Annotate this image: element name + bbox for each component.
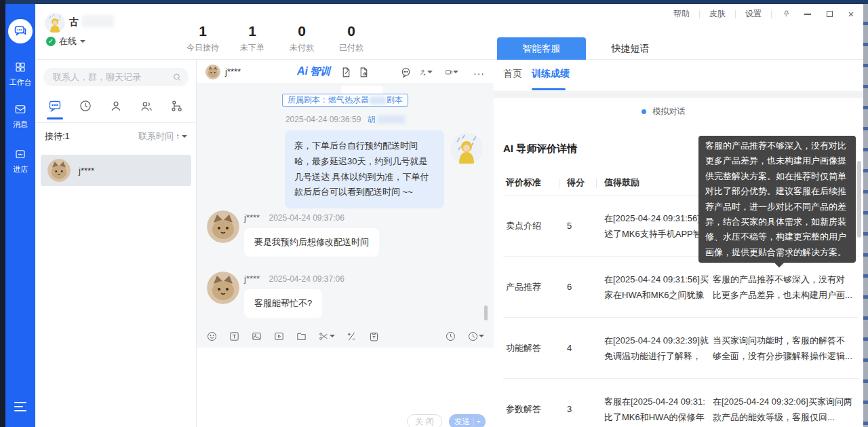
minimize-button[interactable] — [800, 8, 815, 20]
criterion-cell: 产品推荐 — [503, 281, 564, 293]
doc-history-button[interactable] — [358, 65, 372, 79]
improve-cell[interactable]: 客服的产品推荐不够深入，没有对比更多产品差异，也未构建用户画... — [713, 272, 859, 303]
emoji-button[interactable] — [206, 331, 218, 342]
sidebar-item-messages[interactable]: 消息 — [5, 103, 35, 130]
customer-avatar — [207, 272, 239, 304]
customer-time: 2025-04-24 09:37:06 — [269, 274, 344, 284]
screenshot-button[interactable] — [318, 331, 335, 342]
image-button[interactable] — [251, 331, 262, 342]
window-left-border — [0, 0, 5, 427]
send-button[interactable]: 发送 | — [449, 414, 486, 427]
skin-link[interactable]: 皮肤 — [707, 7, 728, 21]
score-cell: 4 — [564, 343, 601, 353]
video-button[interactable] — [273, 331, 285, 342]
text-format-button[interactable] — [229, 331, 240, 342]
tab-smart-service[interactable]: 智能客服 — [497, 37, 586, 60]
contact-list-item[interactable]: j**** — [41, 155, 191, 186]
customer-meta: j**** 2025-04-24 09:37:06 — [244, 212, 344, 223]
stat-value: 0 — [275, 23, 329, 39]
ai-badge-en: Ai — [297, 65, 308, 77]
contact-search[interactable] — [43, 68, 189, 86]
stat-value: 1 — [225, 23, 279, 39]
chat-mode-button[interactable] — [8, 19, 33, 43]
subtab-home[interactable]: 首页 — [503, 68, 522, 80]
file-button[interactable] — [296, 331, 307, 342]
user-avatar[interactable] — [45, 13, 65, 33]
clipboard-button[interactable] — [368, 331, 380, 342]
sidebar-item-workbench[interactable]: 工作台 — [5, 61, 35, 88]
comment-button[interactable] — [400, 65, 414, 79]
criterion-cell: 参数解答 — [503, 403, 564, 415]
tab-groups[interactable] — [138, 95, 155, 117]
new-doc-button[interactable] — [340, 65, 354, 79]
improve-cell: 在[2025-04-24 09:32:06]买家询问两款产品的能效等级，客服仅回… — [713, 394, 859, 425]
sidebar-menu-button[interactable] — [14, 402, 26, 414]
contact-avatar — [47, 159, 71, 182]
panel-subnav: 首页 训练成绩 — [494, 60, 863, 92]
pin-icon — [782, 10, 791, 18]
search-input[interactable] — [53, 72, 172, 82]
stat-unpaid: 0 未付款 — [275, 23, 329, 54]
criterion-cell: 卖点介绍 — [503, 220, 564, 232]
shortcut-reply-button[interactable] — [346, 331, 357, 342]
tab-conversations[interactable] — [46, 95, 64, 117]
clipboard-icon — [368, 331, 380, 342]
customer-meta: j**** 2025-04-24 09:37:06 — [244, 274, 344, 284]
pin-window-button[interactable] — [778, 8, 793, 20]
tab-org[interactable] — [168, 95, 186, 117]
clock-icon — [445, 331, 456, 342]
message-timestamp: 2025-04-24 09:36:59 — [285, 115, 361, 124]
text-icon — [229, 331, 240, 342]
send-label: 发送 — [454, 416, 470, 427]
history-button[interactable] — [445, 331, 456, 342]
tab-quick-phrases[interactable]: 快捷短语 — [586, 37, 675, 60]
tab-history[interactable] — [77, 95, 94, 117]
improve-cell: 当买家询问功能时，客服的解答不够全面，没有分步骤解释操作逻辑... — [713, 333, 859, 364]
stat-value: 1 — [176, 23, 230, 39]
tab-contacts[interactable] — [107, 95, 125, 117]
people-icon — [140, 99, 153, 113]
chat-scrollbar[interactable] — [484, 305, 488, 320]
customer-name: j**** — [244, 212, 260, 223]
praise-cell: 在[2025-04-24 09:31:56]详述了MK6支持手机APP智 — [604, 210, 710, 242]
timed-message-button[interactable] — [467, 331, 484, 342]
chat-footer: 关 闭 发送 | — [197, 414, 494, 427]
add-person-button[interactable] — [419, 65, 433, 79]
chevron-down-icon — [182, 135, 187, 141]
stat-today-reception: 1 今日接待 — [176, 23, 230, 54]
comment-dots-icon — [400, 67, 412, 78]
active-subtab-underline — [532, 88, 566, 90]
sidebar-label-messages: 消息 — [5, 119, 35, 130]
sidebar-item-enter-store[interactable]: 进店 — [5, 148, 35, 174]
subtab-training-scores[interactable]: 训练成绩 — [532, 68, 570, 80]
panel-scrollbar[interactable] — [857, 161, 861, 238]
screen-share-button[interactable] — [445, 65, 458, 79]
settings-link[interactable]: 设置 — [743, 7, 764, 21]
person-icon — [109, 99, 123, 113]
chat-toolbar — [197, 324, 494, 348]
chevron-down-icon — [80, 40, 85, 45]
script-tag-suffix: 剧本 — [387, 94, 403, 106]
agent-name: 胡 — [368, 115, 376, 124]
user-name-redacted — [81, 15, 114, 27]
sort-selector[interactable]: 联系时间 ↑ — [138, 130, 187, 143]
scissors-icon — [318, 331, 330, 342]
help-link[interactable]: 帮助 — [671, 7, 692, 21]
customer-message-bubble: 客服能帮忙不? — [244, 289, 322, 318]
status-selector[interactable]: ✓ 在线 — [46, 35, 85, 48]
agent-name-redacted — [378, 115, 405, 124]
search-icon — [172, 72, 182, 82]
legend-label: 模拟对话 — [652, 107, 685, 116]
clock-icon — [79, 99, 92, 113]
close-button[interactable]: × — [844, 8, 859, 20]
close-chat-button[interactable]: 关 闭 — [407, 414, 442, 427]
chevron-down-icon — [330, 335, 335, 340]
agent-message-bubble: 亲，下单后台自行预约配送时间哈，最多延迟30天，约到几号就是几号送达 具体以约到… — [285, 130, 444, 208]
praise-cell: 客服在[2025-04-24 09:31:比了MK6和HWA的保修年 — [604, 394, 710, 425]
ai-training-badge[interactable]: Ai智训 — [297, 65, 330, 78]
more-actions-button[interactable]: ··· — [473, 67, 487, 80]
score-cell: 3 — [564, 404, 601, 414]
contact-list-header: 接待:1 联系时间 ↑ — [35, 130, 197, 147]
maximize-button[interactable] — [822, 8, 837, 20]
main-sidebar: 工作台 消息 进店 — [5, 4, 35, 427]
